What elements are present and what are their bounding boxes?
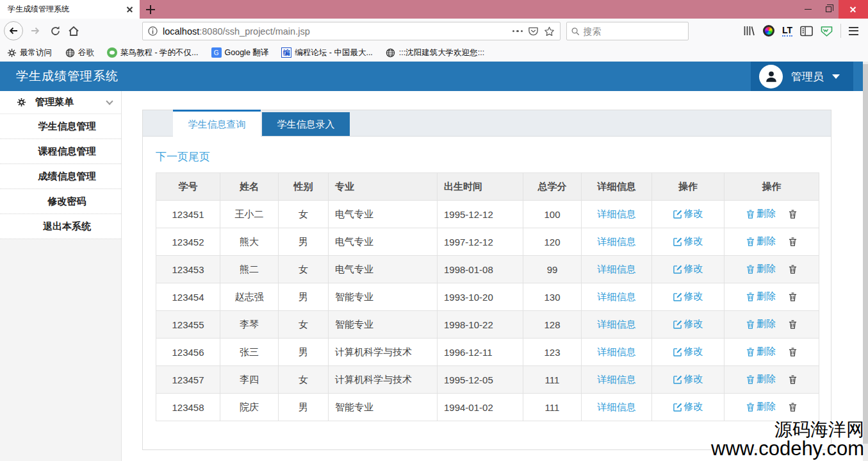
page-viewport: 学生成绩管理系统 管理员 管理菜单 学生信息管理 课程信息管理 成绩信息管理 修… — [0, 62, 868, 461]
delete-link[interactable]: 删除 — [746, 208, 776, 220]
user-name: 管理员 — [791, 69, 824, 84]
tab-student-entry[interactable]: 学生信息录入 — [262, 112, 350, 136]
trash-icon-dark[interactable] — [789, 320, 797, 329]
cell-major: 智能专业 — [329, 394, 438, 421]
user-menu-button[interactable]: 管理员 — [751, 62, 853, 91]
scrollbar-thumb[interactable] — [863, 64, 868, 444]
cell-student-id: 123451 — [156, 201, 220, 228]
delete-link[interactable]: 删除 — [746, 263, 776, 275]
delete-link[interactable]: 删除 — [746, 318, 776, 330]
sidebar-item-course-info[interactable]: 课程信息管理 — [0, 139, 121, 164]
search-input[interactable] — [584, 26, 684, 37]
pagination: 下一页尾页 — [143, 137, 831, 172]
gear-icon — [17, 97, 26, 107]
delete-link[interactable]: 删除 — [746, 346, 776, 358]
detail-info-link[interactable]: 详细信息 — [598, 374, 636, 386]
cell-gender: 男 — [279, 283, 329, 311]
bookmark-star-icon[interactable] — [544, 26, 555, 37]
tab-student-query[interactable]: 学生信息查询 — [173, 110, 261, 137]
bookmark-google[interactable]: 谷歌 — [65, 47, 94, 58]
cell-edit: 修改 — [652, 394, 725, 421]
col-gender: 性别 — [279, 173, 329, 201]
url-bar[interactable]: localhost:8080/ssh_project/main.jsp — [142, 22, 561, 40]
trash-icon-dark[interactable] — [789, 348, 797, 356]
caret-down-icon — [832, 74, 840, 79]
edit-link[interactable]: 修改 — [673, 263, 703, 275]
restore-button[interactable] — [818, 0, 839, 19]
delete-link[interactable]: 删除 — [746, 373, 776, 385]
last-page-link[interactable]: 尾页 — [188, 151, 210, 163]
bookmark-google-translate[interactable]: G Google 翻译 — [211, 47, 269, 58]
cell-gender: 男 — [279, 394, 329, 421]
sidebar-item-grade-info[interactable]: 成绩信息管理 — [0, 164, 121, 189]
edit-link[interactable]: 修改 — [673, 373, 703, 385]
sidebar-menu-header[interactable]: 管理菜单 — [0, 91, 121, 114]
forward-button[interactable] — [26, 21, 45, 40]
table-row: 123451 王小二 女 电气专业 1995-12-12 100 详细信息 修改… — [156, 201, 819, 228]
cell-student-id: 123458 — [156, 394, 220, 421]
page-actions-icon[interactable] — [512, 30, 523, 33]
edit-icon — [673, 265, 682, 274]
cell-major: 计算机科学与技术 — [329, 339, 438, 366]
detail-info-link[interactable]: 详细信息 — [598, 236, 636, 248]
detail-info-link[interactable]: 详细信息 — [598, 319, 636, 331]
minimize-button[interactable] — [798, 0, 818, 19]
cell-name: 院庆 — [220, 394, 279, 421]
edit-link[interactable]: 修改 — [673, 208, 703, 220]
cell-gender: 女 — [279, 366, 329, 394]
trash-icon-dark[interactable] — [789, 237, 797, 246]
edit-link[interactable]: 修改 — [673, 318, 703, 330]
delete-link[interactable]: 删除 — [746, 290, 776, 303]
trash-icon-dark[interactable] — [789, 292, 797, 301]
bookmark-runoob[interactable]: 菜鸟教程 - 学的不仅... — [107, 47, 199, 58]
pocket-icon[interactable] — [528, 26, 539, 37]
wappalyzer-icon[interactable] — [821, 25, 833, 37]
trash-icon-dark[interactable] — [789, 265, 797, 274]
edit-link[interactable]: 修改 — [673, 401, 703, 413]
cell-gender: 男 — [279, 339, 329, 366]
cell-detail: 详细信息 — [582, 283, 652, 311]
menu-icon[interactable] — [849, 27, 858, 35]
detail-info-link[interactable]: 详细信息 — [598, 264, 636, 276]
color-wheel-addon-icon[interactable] — [763, 25, 774, 37]
back-button[interactable] — [4, 21, 23, 40]
cell-student-id: 123457 — [156, 366, 220, 394]
sidebar-toggle-icon[interactable] — [800, 26, 813, 37]
library-icon[interactable] — [743, 25, 755, 37]
sidebar-item-change-password[interactable]: 修改密码 — [0, 189, 121, 214]
sidebar-item-student-info[interactable]: 学生信息管理 — [0, 114, 121, 139]
delete-link[interactable]: 删除 — [746, 401, 776, 413]
bookmark-most-visited[interactable]: 最常访问 — [6, 47, 52, 58]
trash-icon-dark[interactable] — [789, 210, 797, 219]
cell-major: 智能专业 — [329, 311, 438, 339]
page-scrollbar-track[interactable] — [863, 62, 868, 461]
detail-info-link[interactable]: 详细信息 — [598, 346, 636, 358]
sidebar-item-logout[interactable]: 退出本系统 — [0, 214, 121, 239]
cell-major: 电气专业 — [329, 201, 438, 228]
bookmark-sjzu[interactable]: :::沈阳建筑大学欢迎您::: — [386, 47, 484, 58]
reload-button[interactable] — [45, 21, 65, 40]
detail-info-link[interactable]: 详细信息 — [598, 208, 636, 221]
edit-link[interactable]: 修改 — [673, 290, 703, 303]
new-tab-button[interactable] — [140, 0, 161, 19]
close-button[interactable] — [839, 0, 868, 19]
tab-close-icon[interactable] — [126, 5, 135, 14]
detail-info-link[interactable]: 详细信息 — [598, 291, 636, 303]
cell-birthdate: 1998-10-22 — [438, 311, 523, 339]
cell-name: 李四 — [220, 366, 279, 394]
edit-link[interactable]: 修改 — [673, 346, 703, 358]
languagetool-icon[interactable]: LT — [782, 26, 792, 37]
edit-link[interactable]: 修改 — [673, 235, 703, 247]
home-button[interactable] — [64, 21, 83, 40]
cell-gender: 女 — [279, 201, 329, 228]
search-bar[interactable] — [566, 22, 689, 40]
browser-tab[interactable]: 学生成绩管理系统 — [0, 0, 140, 19]
cell-detail: 详细信息 — [582, 394, 652, 421]
trash-icon-dark[interactable] — [789, 375, 797, 384]
delete-link[interactable]: 删除 — [746, 235, 776, 247]
trash-icon-dark[interactable] — [789, 403, 797, 412]
minimize-icon — [805, 9, 812, 10]
detail-info-link[interactable]: 详细信息 — [598, 401, 636, 414]
bookmark-programming-bbs[interactable]: 编 编程论坛 - 中国最大... — [281, 47, 373, 58]
next-page-link[interactable]: 下一页 — [156, 151, 188, 163]
